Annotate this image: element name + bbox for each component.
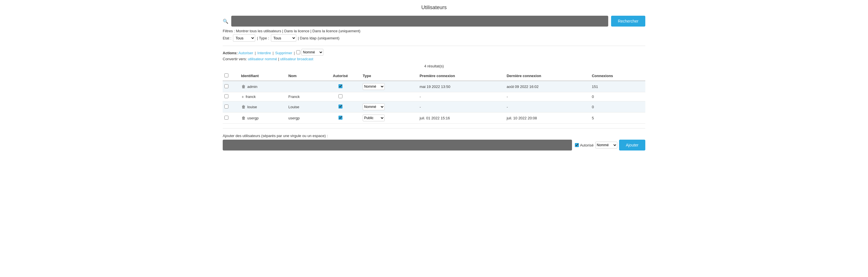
delete-icon[interactable]: 🗑 [241, 116, 246, 120]
type-select[interactable]: Tous Nommé Public Broadcast [271, 34, 296, 42]
row-nom: usergp [286, 112, 320, 123]
row-autorise-checkbox[interactable] [339, 116, 342, 120]
table-row: +franckFranck--0 [223, 92, 645, 101]
sep2: | [273, 51, 275, 55]
row-type-cell [361, 92, 418, 101]
row-nom: Louise [286, 101, 320, 112]
row-autorise-checkbox[interactable] [339, 84, 342, 88]
row-checkbox[interactable] [224, 84, 228, 88]
add-users-input[interactable] [223, 140, 572, 150]
row-checkbox-cell [223, 101, 239, 112]
interdire-link[interactable]: Interdire [257, 51, 271, 55]
row-derniere-connexion: - [505, 92, 590, 101]
row-nom [286, 81, 320, 92]
add-type-select[interactable]: Nommé Public Broadcast [595, 142, 617, 148]
named-checkbox-wrap: Nommé Public Broadcast [296, 49, 323, 56]
row-id-cell: +franck [239, 92, 286, 101]
add-label: Ajouter des utilisateurs (séparés par un… [223, 134, 645, 138]
th-nom: Nom [286, 71, 320, 81]
add-section: Ajouter des utilisateurs (séparés par un… [223, 134, 645, 150]
row-type-select[interactable]: NomméPublicBroadcast [363, 114, 385, 121]
th-derniere-connexion: Dernière connexion [505, 71, 590, 81]
row-id-cell: 🗑louise [239, 101, 286, 112]
add-autorise-checkbox[interactable] [575, 143, 579, 147]
add-controls: Autorisé Nommé Public Broadcast Ajouter [575, 140, 645, 150]
row-autorise-cell [320, 101, 361, 112]
add-autorise-text: Autorisé [580, 143, 594, 147]
row-checkbox-cell [223, 81, 239, 92]
row-connexions: 0 [590, 92, 645, 101]
sep3: | [294, 51, 296, 55]
table-row: 🗑louiseLouiseNomméPublicBroadcast--0 [223, 101, 645, 112]
row-type-cell: NomméPublicBroadcast [361, 81, 418, 92]
search-input[interactable] [231, 16, 608, 27]
named-checkbox[interactable] [296, 50, 300, 54]
ldap-label: | Dans ldap (uniquement) [298, 36, 340, 40]
delete-icon[interactable]: 🗑 [241, 84, 246, 89]
row-nom: Franck [286, 92, 320, 101]
search-row: 🔍 Rechercher [223, 16, 645, 27]
row-derniere-connexion: août 09 2022 16:02 [505, 81, 590, 92]
actions-label: Actions: [223, 51, 238, 55]
divider-2 [223, 128, 645, 129]
th-identifiant: Identifiant [239, 71, 286, 81]
th-select-all[interactable] [223, 71, 239, 81]
etat-label: Etat : [223, 36, 231, 40]
row-derniere-connexion: - [505, 101, 590, 112]
th-connexions: Connexions [590, 71, 645, 81]
row-id: franck [246, 94, 255, 99]
named-action-select[interactable]: Nommé Public Broadcast [301, 49, 323, 56]
delete-icon[interactable]: 🗑 [241, 105, 246, 109]
row-autorise-checkbox[interactable] [339, 94, 342, 98]
convert-label: Convertir vers: [223, 57, 247, 61]
row-checkbox-cell [223, 92, 239, 101]
filter-state-row: Etat : Tous Autorisé Interdit | Type : T… [223, 34, 645, 42]
row-checkbox[interactable] [224, 105, 228, 109]
row-type-cell: NomméPublicBroadcast [361, 112, 418, 123]
divider-1 [223, 46, 645, 46]
row-actions: 🗑admin [241, 84, 257, 89]
row-id: admin [247, 85, 257, 89]
row-id: usergp [247, 116, 259, 120]
type-separator: | Type : [257, 36, 269, 40]
row-actions: 🗑usergp [241, 116, 259, 120]
search-button[interactable]: Rechercher [611, 16, 645, 27]
row-autorise-cell [320, 92, 361, 101]
row-actions: 🗑louise [241, 105, 257, 109]
filter-line1: Filtres : Montrer tous les utilisateurs … [223, 29, 645, 33]
autoriser-link[interactable]: Autoriser [238, 51, 253, 55]
add-button[interactable]: Ajouter [619, 140, 645, 150]
row-type-cell: NomméPublicBroadcast [361, 101, 418, 112]
row-id-cell: 🗑admin [239, 81, 286, 92]
row-checkbox[interactable] [224, 116, 228, 120]
search-icon: 🔍 [223, 19, 228, 24]
row-premiere-connexion: juil. 01 2022 15:16 [418, 112, 505, 123]
add-icon[interactable]: + [241, 94, 244, 99]
supprimer-link[interactable]: Supprimer [275, 51, 292, 55]
results-count: 4 résultat(s) [223, 64, 645, 68]
convert-nomme-link[interactable]: utilisateur nommé [248, 57, 277, 61]
etat-select[interactable]: Tous Autorisé Interdit [233, 34, 255, 42]
convert-broadcast-link[interactable]: utilisateur broadcast [280, 57, 313, 61]
row-derniere-connexion: juil. 10 2022 20:08 [505, 112, 590, 123]
row-checkbox[interactable] [224, 94, 228, 98]
row-connexions: 151 [590, 81, 645, 92]
actions-row: Actions: Autoriser | Interdire | Supprim… [223, 49, 645, 56]
table-row: 🗑usergpusergpNomméPublicBroadcastjuil. 0… [223, 112, 645, 123]
row-checkbox-cell [223, 112, 239, 123]
row-connexions: 0 [590, 101, 645, 112]
row-type-select[interactable]: NomméPublicBroadcast [363, 103, 385, 110]
sep1: | [255, 51, 257, 55]
add-autorise-label: Autorisé [575, 143, 594, 147]
th-autorise: Autorisé [320, 71, 361, 81]
row-type-select[interactable]: NomméPublicBroadcast [363, 83, 385, 90]
select-all-checkbox[interactable] [224, 74, 228, 77]
row-premiere-connexion: - [418, 101, 505, 112]
convert-row: Convertir vers: utilisateur nommé | util… [223, 57, 645, 61]
row-autorise-checkbox[interactable] [339, 105, 342, 109]
row-connexions: 5 [590, 112, 645, 123]
row-autorise-cell [320, 81, 361, 92]
add-row: Autorisé Nommé Public Broadcast Ajouter [223, 140, 645, 150]
row-premiere-connexion: mai 19 2022 13:50 [418, 81, 505, 92]
table-header-row: Identifiant Nom Autorisé Type Première c… [223, 71, 645, 81]
